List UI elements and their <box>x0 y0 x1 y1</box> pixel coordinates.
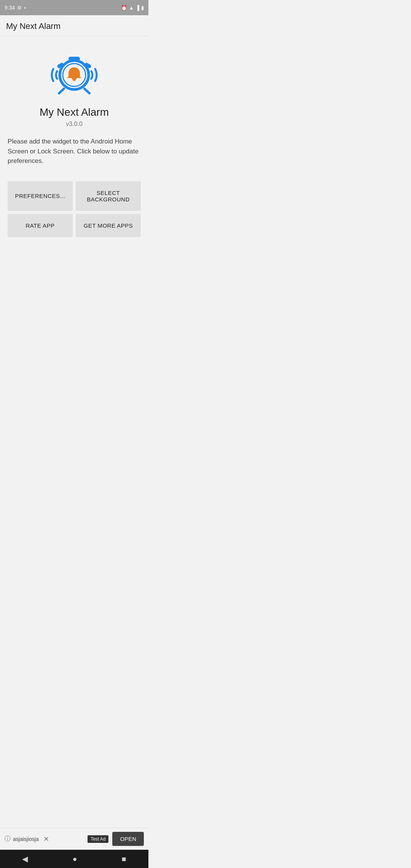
buttons-grid: PREFERENCES... SELECT BACKGROUND RATE AP… <box>8 181 141 237</box>
rate-app-button[interactable]: RATE APP <box>8 214 73 237</box>
svg-line-1 <box>84 89 89 93</box>
settings-icon: ⚙ <box>17 5 22 11</box>
app-description: Please add the widget to the Android Hom… <box>8 137 141 166</box>
app-bar-title: My Next Alarm <box>6 21 142 31</box>
app-version: v3.0.0 <box>66 121 83 128</box>
svg-line-0 <box>59 89 64 93</box>
wifi-icon: ▲ <box>129 5 134 11</box>
dot-indicator: ● <box>24 6 26 10</box>
status-bar-left: 9:34 ⚙ ● <box>5 5 26 11</box>
status-bar: 9:34 ⚙ ● ⏰ ▲ ▐ ▮ <box>0 0 148 15</box>
alarm-status-icon: ⏰ <box>121 5 127 11</box>
time-display: 9:34 <box>5 5 15 11</box>
app-bar: My Next Alarm <box>0 15 148 36</box>
app-name: My Next Alarm <box>40 106 109 118</box>
svg-point-9 <box>73 78 76 81</box>
signal-icon: ▐ <box>136 5 139 11</box>
status-bar-right: ⏰ ▲ ▐ ▮ <box>121 5 144 11</box>
battery-icon: ▮ <box>141 5 144 11</box>
select-background-button[interactable]: SELECT BACKGROUND <box>76 181 141 211</box>
alarm-icon <box>49 48 99 97</box>
get-more-apps-button[interactable]: GET MORE APPS <box>76 214 141 237</box>
main-content: My Next Alarm v3.0.0 Please add the widg… <box>0 36 148 321</box>
app-icon-container <box>49 48 99 99</box>
preferences-button[interactable]: PREFERENCES... <box>8 181 73 211</box>
